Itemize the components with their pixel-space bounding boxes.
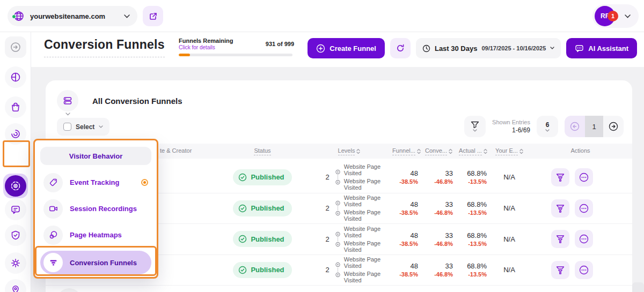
sort-icon (417, 148, 421, 154)
view-funnel-button[interactable] (551, 199, 569, 218)
levels-rail (335, 262, 341, 278)
funnel-chart-icon (555, 173, 565, 182)
ellipsis-circle-icon (579, 203, 589, 214)
new-badge-icon (141, 179, 148, 186)
actual-cell: 68.8% -13.5% (456, 162, 490, 193)
select-checkbox[interactable] (63, 123, 71, 131)
filter-funnel-icon (471, 121, 479, 129)
level-item: Website Page Visited (344, 271, 392, 283)
row-more-button[interactable] (575, 261, 593, 279)
open-website-button[interactable] (143, 6, 163, 26)
funnel-chart-icon (555, 204, 565, 213)
expand-panel-icon[interactable] (5, 36, 26, 58)
col-conversion[interactable]: Conve... (421, 147, 456, 155)
status-badge: Published (233, 231, 291, 247)
funnel-bars-icon (43, 253, 63, 272)
video-camera-icon (43, 199, 63, 219)
status-badge: Published (233, 200, 291, 216)
next-page-button[interactable] (603, 116, 624, 137)
status-cell: Published (218, 224, 306, 254)
col-actions: Actions (529, 147, 632, 155)
external-link-icon (149, 12, 158, 21)
page-title: Conversion Funnels (44, 38, 165, 57)
website-selector[interactable]: yourwebsitename.com (8, 6, 137, 26)
menu-item-event-tracking[interactable]: Event Tracking (40, 169, 151, 196)
level-item: Website Page Visited (344, 226, 392, 238)
menu-item-page-heatmaps[interactable]: Page Heatmaps (40, 222, 151, 248)
spiral-icon[interactable] (5, 123, 26, 145)
chat-icon[interactable] (5, 199, 26, 220)
topbar: yourwebsitename.com RF 1 (0, 0, 644, 32)
sort-icon (356, 148, 360, 154)
level-item: Website Page Visited (344, 194, 392, 207)
view-funnel-button[interactable] (551, 230, 569, 248)
pie-chart-icon[interactable] (5, 66, 26, 88)
ai-assistant-button[interactable]: AI Assistant (566, 38, 637, 58)
actual-cell: 68.8% -13.5% (456, 193, 490, 224)
status-cell: Published (218, 162, 306, 193)
funnels-collection-selector[interactable] (57, 90, 78, 116)
levels-count: 2 (306, 173, 335, 181)
view-funnel-button[interactable] (551, 168, 569, 186)
levels-count: 2 (306, 204, 335, 212)
check-circle-icon (238, 173, 247, 182)
refresh-button[interactable] (390, 38, 411, 58)
date-range-value: 09/17/2025 - 10/16/2025 (481, 45, 546, 51)
col-your-e[interactable]: Your E... (490, 147, 529, 155)
step-pin-icon (335, 200, 341, 206)
menu-item-conversion-funnels[interactable]: Conversion Funnels (40, 251, 151, 274)
select-dropdown[interactable]: Select (57, 118, 109, 136)
plus-circle-icon (316, 44, 325, 53)
current-page[interactable]: 1 (585, 116, 603, 137)
menu-item-session-recordings[interactable]: Session Recordings (40, 196, 151, 222)
step-pin-icon (335, 169, 341, 175)
status-dot (12, 14, 16, 19)
conversion-cell: 33 -46.8% (421, 255, 456, 286)
row-more-button[interactable] (575, 168, 593, 186)
row-more-button[interactable] (575, 230, 593, 248)
prev-page-button[interactable] (565, 116, 585, 137)
shield-check-icon[interactable] (5, 224, 26, 246)
account-menu[interactable]: RF 1 (592, 4, 639, 28)
notification-badge: 1 (608, 11, 618, 21)
funnels-progress-bar (179, 54, 292, 56)
date-range-picker[interactable]: Last 30 Days 09/17/2025 - 10/16/2025 (416, 38, 561, 58)
chevron-down-icon (550, 47, 554, 50)
actions-cell (529, 162, 632, 193)
settings-gear-icon[interactable] (5, 252, 26, 274)
tag-icon (43, 173, 63, 192)
levels-count: 2 (306, 266, 335, 274)
website-name: yourwebsitename.com (30, 12, 119, 20)
step-pin-icon (335, 262, 341, 268)
funnels-quota: 931 of 999 (235, 41, 294, 47)
col-funnel[interactable]: Funnel... (392, 147, 421, 155)
levels-cell: 2 Website Page Visited Website Page Visi… (306, 255, 392, 286)
sidebar-item-visitor-behavior[interactable] (3, 174, 28, 198)
shown-entries-range: 1-6/69 (512, 126, 530, 134)
location-pin-icon[interactable] (5, 279, 26, 292)
arrow-left-circle-icon (569, 121, 580, 132)
col-status[interactable]: Status (218, 147, 306, 155)
row-more-button[interactable] (575, 199, 593, 218)
ellipsis-circle-icon (579, 234, 589, 244)
view-funnel-button[interactable] (551, 261, 569, 279)
create-funnel-button[interactable]: Create Funnel (308, 38, 385, 58)
your-e-cell: N/A (490, 255, 529, 286)
chat-bubble-icon (575, 44, 584, 53)
heatmap-icon (43, 226, 63, 245)
levels-rail (335, 231, 341, 247)
chevron-down-icon (625, 14, 631, 18)
page-size-selector[interactable]: 6 (537, 116, 558, 137)
funnel-chart-icon (555, 234, 565, 244)
scroll-widget[interactable] (632, 282, 644, 292)
date-range-label: Last 30 Days (435, 44, 478, 53)
col-levels[interactable]: Levels (306, 147, 392, 155)
shopping-bag-icon[interactable] (5, 96, 26, 118)
sort-icon (484, 148, 487, 154)
status-cell: Published (218, 193, 306, 224)
clock-icon (422, 44, 430, 53)
flyout-header: Visitor Behavior (40, 147, 151, 165)
col-actual[interactable]: Actual ... (456, 147, 490, 155)
levels-cell: 2 Website Page Visited Website Page Visi… (306, 162, 392, 193)
filter-button[interactable] (464, 116, 486, 137)
